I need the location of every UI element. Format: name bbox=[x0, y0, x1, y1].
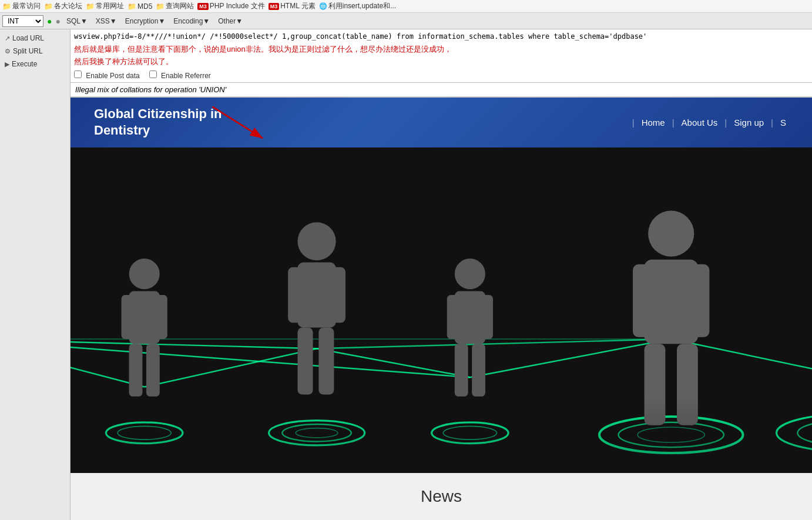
green-dot: ● bbox=[47, 16, 52, 26]
svg-rect-36 bbox=[122, 295, 135, 339]
bookmark-changyong[interactable]: 📁 常用网址 bbox=[86, 1, 124, 11]
network-visualization bbox=[71, 147, 812, 473]
svg-rect-53 bbox=[645, 259, 698, 343]
bookmark-md5[interactable]: 📁 MD5 bbox=[127, 2, 152, 11]
bookmark-zuichang[interactable]: 📁 最常访问 bbox=[2, 1, 41, 11]
svg-line-3 bbox=[71, 339, 317, 348]
enable-referrer-label[interactable]: Enable Referrer bbox=[149, 71, 211, 80]
svg-rect-42 bbox=[288, 267, 303, 323]
hero-section bbox=[71, 147, 812, 473]
m3-badge: M3 bbox=[197, 3, 209, 10]
nav-s[interactable]: S bbox=[778, 116, 788, 129]
split-url-icon: ⚙ bbox=[5, 48, 11, 55]
other-button[interactable]: Other▼ bbox=[216, 16, 245, 26]
execute-button[interactable]: ▶ Execute bbox=[0, 58, 70, 71]
nav-sep: | bbox=[672, 118, 675, 128]
gray-dot: ● bbox=[55, 16, 60, 26]
nav-home[interactable]: Home bbox=[639, 116, 667, 129]
bookmarks-bar: 📁 最常访问 📁 各大论坛 📁 常用网址 📁 MD5 📁 查询网站 M3 PHP… bbox=[0, 0, 812, 13]
folder-icon: 📁 bbox=[44, 2, 53, 11]
svg-rect-37 bbox=[154, 295, 167, 339]
load-url-icon: ↗ bbox=[5, 35, 10, 42]
svg-line-6 bbox=[317, 348, 470, 377]
url-input[interactable] bbox=[74, 32, 808, 42]
folder-icon: 📁 bbox=[156, 2, 165, 11]
folder-icon: 📁 bbox=[127, 2, 136, 11]
svg-rect-51 bbox=[472, 344, 485, 397]
error-bar: Illegal mix of collations for operation … bbox=[71, 83, 812, 98]
nav-sep: | bbox=[724, 118, 727, 128]
bookmark-chaxun[interactable]: 📁 查询网站 bbox=[156, 1, 194, 11]
svg-rect-48 bbox=[447, 295, 461, 339]
nav-signup[interactable]: Sign up bbox=[732, 116, 766, 129]
enable-referrer-checkbox[interactable] bbox=[149, 71, 157, 78]
url-comment: 然后就是爆库，但是注意看下面那个，说的是union非法。我以为是正则过滤了什么，… bbox=[74, 43, 808, 68]
m3-badge: M3 bbox=[269, 3, 280, 10]
checkbox-row: Enable Post data Enable Referrer bbox=[74, 71, 808, 80]
int-select[interactable]: INT VARCHAR bbox=[2, 15, 43, 27]
svg-rect-54 bbox=[633, 264, 652, 337]
bookmark-luntan[interactable]: 📁 各大论坛 bbox=[44, 1, 82, 11]
enable-post-checkbox[interactable] bbox=[74, 71, 82, 78]
svg-point-34 bbox=[129, 259, 160, 289]
sql-button[interactable]: SQL▼ bbox=[64, 16, 90, 26]
xss-button[interactable]: XSS▼ bbox=[93, 16, 119, 26]
split-url-button[interactable]: ⚙ Split URL bbox=[0, 45, 70, 58]
svg-rect-38 bbox=[129, 344, 143, 397]
left-panel: ↗ Load URL ⚙ Split URL ▶ Execute bbox=[0, 29, 71, 520]
svg-rect-49 bbox=[479, 295, 493, 339]
svg-rect-44 bbox=[297, 327, 313, 394]
svg-point-52 bbox=[648, 210, 694, 256]
site-header: Global Citizenship in Dentistry | Home |… bbox=[71, 98, 812, 147]
folder-icon: 📁 bbox=[86, 2, 95, 11]
nav-about[interactable]: About Us bbox=[679, 116, 720, 129]
nav-sep: | bbox=[771, 118, 773, 128]
toolbar: INT VARCHAR ● ● SQL▼ XSS▼ Encryption▼ En… bbox=[0, 13, 812, 29]
annotation-layer: Global Citizenship in Dentistry | Home |… bbox=[71, 98, 812, 147]
site-nav: | Home | About Us | Sign up | S bbox=[628, 116, 788, 129]
execute-icon: ▶ bbox=[5, 61, 9, 68]
enable-post-label[interactable]: Enable Post data bbox=[74, 71, 140, 80]
load-url-button[interactable]: ↗ Load URL bbox=[0, 32, 70, 45]
svg-rect-70 bbox=[71, 397, 812, 473]
encoding-button[interactable]: Encoding▼ bbox=[171, 16, 212, 26]
svg-line-10 bbox=[317, 339, 671, 348]
site-logo: Global Citizenship in Dentistry bbox=[94, 106, 223, 139]
bookmark-php-include[interactable]: M3 PHP Include 文件 bbox=[197, 1, 264, 11]
nav-sep: | bbox=[632, 118, 635, 128]
right-panel: 然后就是爆库，但是注意看下面那个，说的是union非法。我以为是正则过滤了什么，… bbox=[71, 29, 812, 520]
svg-rect-45 bbox=[318, 327, 334, 394]
folder-icon: 📁 bbox=[2, 2, 11, 11]
svg-rect-39 bbox=[146, 344, 160, 397]
svg-point-46 bbox=[455, 259, 485, 289]
main-area: ↗ Load URL ⚙ Split URL ▶ Execute 然后就是爆库，… bbox=[0, 29, 812, 520]
news-title: News bbox=[85, 487, 798, 506]
svg-rect-55 bbox=[690, 264, 710, 337]
news-section: News bbox=[71, 473, 812, 520]
url-area: 然后就是爆库，但是注意看下面那个，说的是union非法。我以为是正则过滤了什么，… bbox=[71, 29, 812, 83]
site-preview: Global Citizenship in Dentistry | Home |… bbox=[71, 98, 812, 520]
bookmark-html-elem[interactable]: M3 HTML 元素 bbox=[269, 1, 316, 11]
svg-rect-43 bbox=[330, 267, 345, 323]
encryption-button[interactable]: Encryption▼ bbox=[123, 16, 168, 26]
svg-line-7 bbox=[470, 339, 671, 377]
globe-icon: 🌐 bbox=[319, 2, 327, 10]
svg-point-40 bbox=[297, 222, 335, 260]
svg-rect-50 bbox=[455, 344, 468, 397]
bookmark-insert[interactable]: 🌐 利用insert,update和... bbox=[319, 1, 396, 11]
